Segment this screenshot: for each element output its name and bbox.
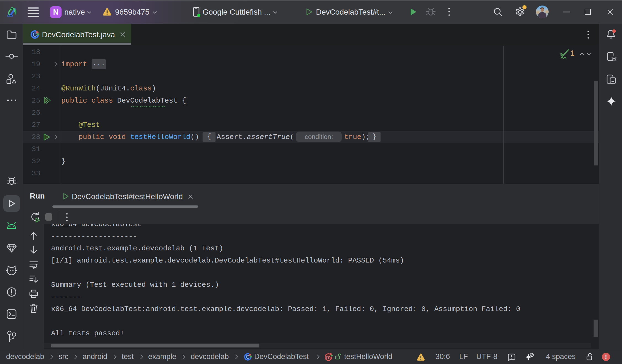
svg-text:m: m [326,354,331,360]
